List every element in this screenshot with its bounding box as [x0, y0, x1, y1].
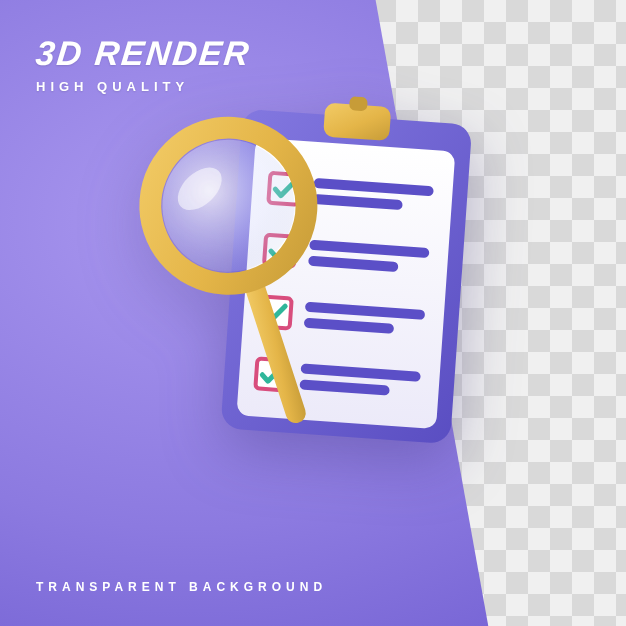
- svg-rect-3: [349, 96, 368, 111]
- clip-icon: [323, 95, 392, 142]
- stage: 3D RENDER HIGH QUALITY: [0, 0, 626, 626]
- headline-subtitle: HIGH QUALITY: [36, 79, 250, 94]
- footer-caption: TRANSPARENT BACKGROUND: [36, 580, 327, 594]
- checklist-illustration: [190, 96, 490, 496]
- headline-block: 3D RENDER HIGH QUALITY: [36, 34, 250, 94]
- headline-title: 3D RENDER: [34, 34, 253, 73]
